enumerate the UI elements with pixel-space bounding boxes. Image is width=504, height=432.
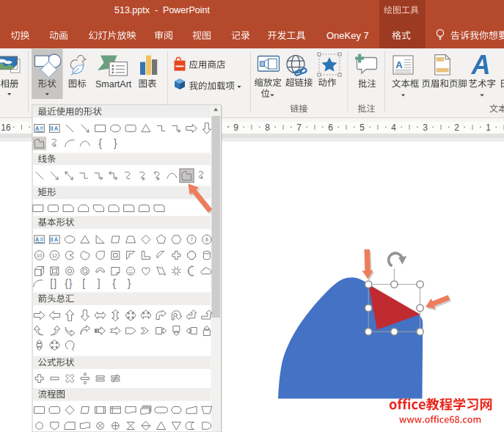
svg-text:2: 2 [454,122,459,133]
svg-text:A: A [395,59,403,70]
svg-text:10: 10 [37,253,43,258]
svg-text:}: } [114,137,117,149]
svg-text:16: 16 [1,122,11,133]
svg-text:[: [ [82,277,85,289]
svg-text:1: 1 [486,122,491,133]
svg-text:6: 6 [328,122,333,133]
svg-text:12: 12 [51,253,57,258]
svg-text:9: 9 [233,122,238,133]
svg-text:8: 8 [265,122,270,133]
svg-text:OneKey 7: OneKey 7 [326,30,369,41]
svg-text:A: A [471,50,491,80]
svg-text:513.pptx - PowerPoint: 513.pptx - PowerPoint [114,5,210,15]
svg-text:{: { [65,277,68,289]
svg-text:3: 3 [423,122,428,133]
svg-text:{: { [112,277,116,289]
svg-text:}: } [69,277,73,289]
svg-text:]: ] [98,277,101,289]
svg-text:[: [ [50,277,53,289]
svg-text:{: { [98,137,102,149]
svg-text:}: } [128,277,131,289]
svg-text:5: 5 [359,122,365,133]
svg-text:4: 4 [391,122,396,133]
svg-text:7: 7 [190,237,193,242]
svg-text:7: 7 [296,122,302,133]
svg-text:]: ] [54,277,56,289]
svg-text:8: 8 [205,237,208,242]
svg-text:SmartArt: SmartArt [95,79,132,89]
